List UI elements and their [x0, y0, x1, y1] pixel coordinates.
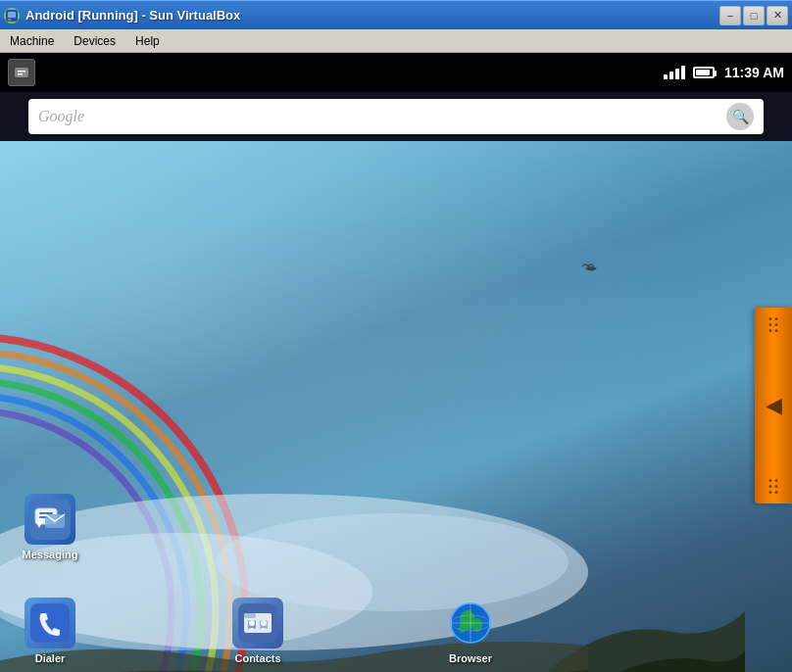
google-search-bar[interactable]: Google 🔍	[28, 99, 764, 134]
contacts-label: Contacts	[234, 652, 280, 664]
dialer-app-icon[interactable]: Dialer	[16, 598, 84, 664]
side-button[interactable]: ◀	[755, 308, 792, 504]
messaging-icon-image	[25, 494, 75, 545]
svg-rect-2	[8, 19, 11, 21]
virtualbox-main: 11:39 AM Google 🔍	[0, 53, 792, 672]
desktop-background	[0, 141, 792, 672]
minimize-button[interactable]: −	[719, 6, 741, 25]
side-arrow-icon: ◀	[766, 393, 782, 418]
status-left	[8, 59, 35, 86]
side-button-grip-bottom	[769, 479, 778, 494]
svg-point-15	[216, 513, 569, 611]
window-controls: − □ ✕	[719, 6, 788, 25]
messaging-app-icon[interactable]: Messaging	[16, 494, 84, 560]
svg-rect-5	[18, 73, 23, 75]
contacts-app-icon[interactable]: Contacts	[223, 598, 292, 664]
svg-point-27	[249, 620, 255, 626]
svg-point-29	[261, 620, 267, 626]
title-left: Android [Running] - Sun VirtualBox	[4, 8, 240, 24]
svg-rect-22	[30, 603, 70, 643]
contacts-icon-image	[232, 598, 283, 648]
messaging-label: Messaging	[23, 549, 78, 560]
close-button[interactable]: ✕	[767, 6, 788, 25]
svg-point-34	[459, 623, 467, 633]
maximize-button[interactable]: □	[743, 6, 765, 25]
notification-icon	[8, 59, 35, 86]
virtualbox-icon	[4, 8, 20, 24]
search-bar-container: Google 🔍	[0, 92, 792, 141]
status-right: 11:39 AM	[664, 65, 784, 80]
svg-rect-1	[8, 12, 16, 18]
svg-rect-6	[0, 141, 792, 672]
battery-icon	[693, 67, 715, 78]
menu-help[interactable]: Help	[129, 32, 166, 50]
browser-label: Browser	[449, 652, 492, 664]
rainbow-svg	[0, 141, 792, 672]
android-desktop: Messaging Dialer	[0, 141, 792, 672]
search-icon[interactable]: 🔍	[726, 103, 754, 130]
side-button-grip-top	[769, 317, 778, 332]
menu-devices[interactable]: Devices	[68, 32, 122, 50]
svg-rect-25	[244, 613, 256, 618]
window-title: Android [Running] - Sun VirtualBox	[25, 8, 240, 23]
search-placeholder: Google	[38, 108, 84, 125]
browser-icon-image	[445, 598, 496, 648]
svg-rect-19	[39, 512, 53, 514]
menu-bar: Machine Devices Help	[0, 29, 792, 53]
svg-rect-3	[15, 68, 28, 77]
android-status-bar: 11:39 AM	[0, 53, 792, 92]
signal-icon	[664, 66, 685, 79]
svg-rect-4	[18, 71, 25, 72]
menu-machine[interactable]: Machine	[4, 32, 60, 50]
dialer-label: Dialer	[35, 652, 66, 664]
time-display: 11:39 AM	[724, 65, 784, 80]
browser-app-icon[interactable]: Browser	[436, 598, 505, 664]
title-bar: Android [Running] - Sun VirtualBox − □ ✕	[0, 0, 792, 29]
dialer-icon-image	[25, 598, 75, 648]
